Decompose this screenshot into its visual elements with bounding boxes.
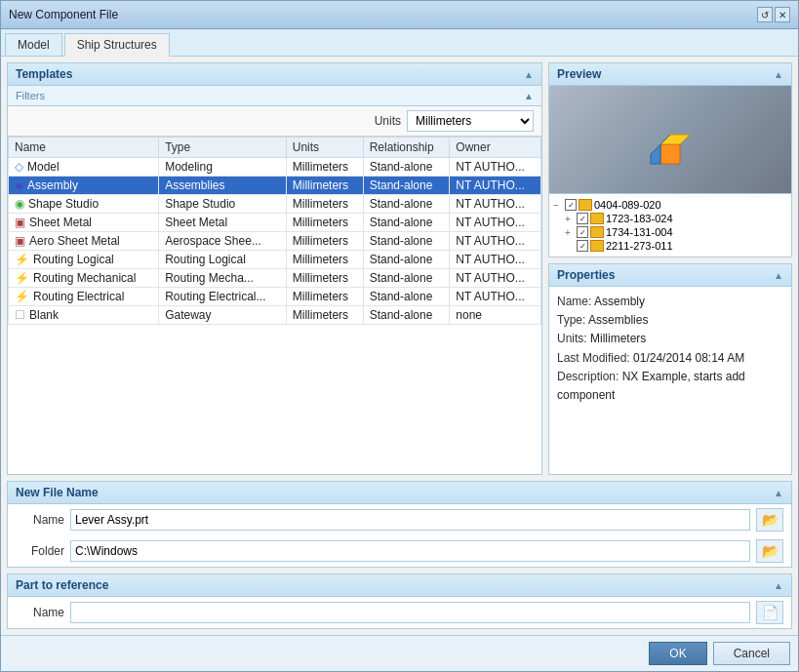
dialog-title: New Component File (9, 8, 118, 21)
cube-3d-icon (641, 110, 699, 169)
prop-description-row: Description: NX Example, starts add comp… (557, 368, 783, 405)
part-ref-name-label: Name (16, 606, 64, 619)
templates-label: Templates (16, 67, 72, 81)
tree-expander-1[interactable]: + (565, 214, 575, 224)
part-reference-label: Part to reference (16, 578, 108, 592)
prop-type-row: Type: Assemblies (557, 311, 783, 330)
tree-item-0: − ✓ 0404-089-020 (553, 198, 787, 212)
filters-bar: Filters ▲ (8, 86, 541, 106)
preview-header: Preview ▲ (549, 63, 791, 86)
preview-section: Preview ▲ (548, 62, 792, 257)
folder-row: Folder 📂 (8, 535, 791, 567)
table-row[interactable]: ◈AssemblyAssembliesMillimetersStand-alon… (9, 177, 541, 195)
properties-header: Properties ▲ (549, 264, 791, 287)
checkbox-2[interactable]: ✓ (577, 226, 588, 238)
table-row[interactable]: ◉Shape StudioShape StudioMillimetersStan… (9, 195, 541, 214)
table-row[interactable]: ⚡Routing ElectricalRouting Electrical...… (9, 288, 541, 306)
assembly-icon: ◈ (15, 178, 23, 192)
tab-ship-structures[interactable]: Ship Structures (64, 33, 170, 57)
left-panel: Templates ▲ Filters ▲ Units Millimeters … (7, 62, 542, 475)
checkbox-0[interactable]: ✓ (565, 199, 577, 211)
preview-label: Preview (557, 67, 601, 81)
tree-label-2: 1734-131-004 (606, 226, 673, 238)
tabs-bar: Model Ship Structures (1, 29, 798, 57)
svg-marker-2 (651, 144, 660, 164)
filters-chevron-icon: ▲ (524, 91, 534, 101)
tree-label-3: 2211-273-011 (606, 240, 673, 252)
folder-open-icon: 📂 (762, 512, 779, 528)
prop-name-label: Name: (557, 295, 591, 308)
part-ref-name-input[interactable] (70, 602, 750, 623)
dialog-container: New Component File ↺ ✕ Model Ship Struct… (0, 0, 799, 672)
prop-units-value: Millimeters (590, 332, 646, 345)
tree-label-1: 1723-183-024 (606, 213, 673, 224)
properties-content: Name: Assembly Type: Assemblies Units: M… (549, 287, 791, 411)
table-row[interactable]: ☐BlankGatewayMillimetersStand-alonenone (9, 306, 541, 325)
cancel-button[interactable]: Cancel (713, 642, 790, 665)
col-owner: Owner (450, 138, 541, 158)
part-reference-section: Part to reference ▲ Name 📄 (7, 573, 792, 629)
table-row[interactable]: ⚡Routing LogicalRouting LogicalMillimete… (9, 251, 541, 269)
prop-modified-value: 01/24/2014 08:14 AM (633, 351, 744, 365)
title-controls: ↺ ✕ (757, 7, 790, 22)
bottom-sections: New File Name ▲ Name 📂 Folder 📂 Pa (1, 481, 798, 635)
prop-name-row: Name: Assembly (557, 293, 783, 311)
restore-button[interactable]: ↺ (757, 7, 773, 22)
preview-chevron-icon: ▲ (774, 69, 783, 80)
col-relationship: Relationship (363, 138, 450, 158)
part-ref-name-row: Name 📄 (8, 597, 791, 628)
prop-description-label: Description: (557, 370, 619, 383)
units-select[interactable]: Millimeters Inches Meters (407, 110, 534, 132)
dialog-footer: OK Cancel (1, 635, 798, 671)
main-content: Templates ▲ Filters ▲ Units Millimeters … (1, 57, 798, 481)
name-browse-button[interactable]: 📂 (756, 508, 783, 532)
folder-field-label: Folder (16, 544, 64, 558)
svg-marker-0 (660, 144, 680, 164)
table-row[interactable]: ▣Aero Sheet MetalAerospace Shee...Millim… (9, 232, 541, 251)
tree-item-3: ✓ 2211-273-011 (553, 239, 787, 253)
templates-table: Name Type Units Relationship Owner ◇Mode… (8, 137, 541, 325)
part-ref-browse-button[interactable]: 📄 (756, 601, 783, 624)
units-label: Units (375, 114, 401, 128)
templates-chevron-icon: ▲ (524, 69, 534, 80)
tree-label-0: 0404-089-020 (594, 199, 661, 211)
prop-modified-label: Last Modified: (557, 351, 630, 365)
tree-item-1: + ✓ 1723-183-024 (553, 212, 787, 225)
prop-name-value: Assembly (594, 295, 645, 308)
tree-expander-0[interactable]: − (553, 200, 563, 211)
preview-tree: − ✓ 0404-089-020 + ✓ 1723-183-024 (549, 193, 791, 257)
table-row[interactable]: ▣Sheet MetalSheet MetalMillimetersStand-… (9, 214, 541, 232)
routing-icon: ⚡ (15, 290, 29, 303)
filters-controls: Units Millimeters Inches Meters (8, 106, 541, 137)
part-reference-chevron-icon: ▲ (774, 580, 783, 591)
folder-browse-button[interactable]: 📂 (756, 539, 783, 563)
folder-input[interactable] (70, 540, 750, 562)
folder-icon-0 (579, 199, 592, 211)
prop-type-label: Type: (557, 313, 585, 327)
table-row[interactable]: ◇ModelModelingMillimetersStand-aloneNT A… (9, 158, 541, 177)
folder-icon-3 (590, 240, 604, 252)
prop-modified-row: Last Modified: 01/24/2014 08:14 AM (557, 349, 783, 368)
properties-chevron-icon: ▲ (774, 270, 783, 281)
name-field-label: Name (16, 513, 64, 527)
properties-section: Properties ▲ Name: Assembly Type: Assemb… (548, 263, 792, 475)
folder-icon-1 (590, 213, 604, 224)
checkbox-3[interactable]: ✓ (577, 240, 588, 252)
col-units: Units (286, 138, 363, 158)
tab-model[interactable]: Model (5, 33, 62, 56)
part-reference-header: Part to reference ▲ (8, 574, 791, 597)
preview-image (549, 86, 791, 193)
tree-item-2: + ✓ 1734-131-004 (553, 225, 787, 239)
close-button[interactable]: ✕ (775, 7, 790, 22)
model-icon: ◇ (15, 160, 23, 174)
checkbox-1[interactable]: ✓ (577, 213, 588, 224)
folder-icon-2 (590, 226, 604, 238)
file-name-header: New File Name ▲ (8, 482, 791, 504)
prop-type-value: Assemblies (588, 313, 648, 327)
blank-icon: ☐ (15, 308, 25, 322)
table-row[interactable]: ⚡Routing MechanicalRouting Mecha...Milli… (9, 269, 541, 288)
right-panel: Preview ▲ (548, 62, 792, 475)
ok-button[interactable]: OK (649, 642, 706, 665)
name-input[interactable] (70, 509, 750, 531)
tree-expander-2[interactable]: + (565, 227, 575, 238)
